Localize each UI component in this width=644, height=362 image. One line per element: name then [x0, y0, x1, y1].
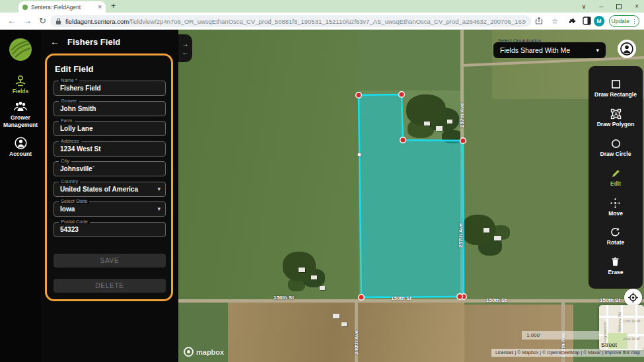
- minimap-street-label: Highland Dr: [603, 321, 607, 342]
- lock-icon: [55, 18, 61, 25]
- building: [299, 268, 305, 272]
- road-label: 240th Ave: [353, 330, 359, 355]
- browser-update-button[interactable]: Update⋮: [609, 15, 639, 27]
- tool-rotate[interactable]: Rotate: [607, 227, 624, 246]
- url-domain: fieldagent.sentera.com: [65, 18, 129, 25]
- road-label: 257th Ave: [459, 103, 465, 127]
- tab-title: Sentera::FieldAgent: [31, 4, 94, 11]
- side-panel-icon[interactable]: [583, 17, 591, 25]
- chevron-down-icon: ▾: [157, 186, 161, 192]
- name-field[interactable]: Name * Fishers Field: [54, 81, 166, 96]
- erase-trash-icon: [610, 256, 621, 268]
- avatar-person-icon: [620, 42, 633, 55]
- share-icon[interactable]: [535, 17, 544, 25]
- building: [320, 286, 325, 290]
- map-canvas[interactable]: 150th St 150th St 150th St 150th St 257t…: [178, 30, 644, 362]
- grower-field[interactable]: Grower John Smith: [54, 101, 166, 116]
- tool-draw-circle[interactable]: Draw Circle: [600, 138, 631, 157]
- postal-code-field[interactable]: Postal Code 54323: [54, 222, 166, 237]
- url-text: fieldagent.sentera.com/fieldview/2p4n7o6…: [65, 18, 526, 25]
- tool-erase[interactable]: Erase: [608, 256, 623, 275]
- account-person-icon: [15, 137, 27, 149]
- save-button[interactable]: SAVE: [54, 254, 166, 268]
- organization-dropdown[interactable]: Fields Shared With Me ▾: [493, 42, 606, 58]
- city-field[interactable]: City Johnsville`: [54, 161, 166, 176]
- chevron-down-icon: ▾: [157, 205, 161, 212]
- geolocate-button[interactable]: [624, 289, 642, 307]
- road-label: 150th St: [486, 297, 507, 303]
- farm-field[interactable]: Farm Lolly Lane: [54, 121, 166, 136]
- road-label: 257th Ave: [458, 223, 464, 248]
- edit-pencil-icon: [610, 168, 622, 179]
- building: [447, 120, 452, 124]
- country-select[interactable]: Country United States of America ▾: [54, 182, 166, 197]
- field-panel: ← Fishers Field Edit Field Name * Fisher…: [41, 30, 178, 362]
- tab-close-icon[interactable]: ×: [98, 4, 102, 11]
- sidebar-item-account[interactable]: Account: [0, 137, 41, 158]
- delete-button[interactable]: DELETE: [54, 279, 166, 293]
- panel-back-button[interactable]: ←: [50, 36, 59, 47]
- building: [341, 322, 347, 326]
- rotate-icon: [610, 227, 621, 238]
- panel-title: Fishers Field: [67, 37, 120, 47]
- window-close-button[interactable]: ×: [635, 3, 639, 10]
- window-maximize-button[interactable]: [616, 4, 622, 9]
- sidebar-item-grower-management[interactable]: Grower Management: [0, 101, 41, 128]
- map-scale-bar: 1,000': [522, 331, 600, 340]
- address-field[interactable]: Address 1234 West St: [54, 141, 166, 157]
- nav-rail: Fields Grower Management Account: [0, 30, 41, 362]
- browser-forward-button[interactable]: →: [23, 16, 32, 26]
- tool-draw-rectangle[interactable]: Draw Rectangle: [594, 79, 637, 98]
- state-select[interactable]: Select State Iowa ▾: [54, 201, 166, 217]
- form-title: Edit Field: [55, 64, 164, 74]
- map-field-patch: [228, 303, 464, 362]
- window-controls: ∨ – ×: [581, 0, 639, 13]
- move-icon: [610, 198, 621, 209]
- url-bar[interactable]: fieldagent.sentera.com/fieldview/2p4n7o6…: [50, 15, 531, 27]
- tool-move[interactable]: Move: [608, 198, 623, 217]
- tree-cluster: [461, 215, 495, 245]
- minimap-street-label: Brittany Rd: [618, 312, 622, 332]
- draw-polygon-icon: A: [610, 108, 622, 120]
- browser-back-button[interactable]: ←: [7, 16, 16, 26]
- browser-profile-avatar[interactable]: M: [594, 16, 604, 26]
- building: [436, 126, 443, 131]
- panel-header: ← Fishers Field: [50, 36, 120, 47]
- mapbox-logo[interactable]: mapbox: [184, 347, 224, 357]
- building: [333, 314, 340, 318]
- minimap-road: [635, 305, 637, 350]
- chevron-down-icon: ▾: [596, 47, 599, 54]
- bookmark-star-icon[interactable]: ☆: [552, 17, 558, 26]
- new-tab-button[interactable]: +: [111, 1, 116, 11]
- road-257th-ave: [460, 30, 464, 301]
- building: [494, 236, 501, 240]
- basemap-switcher-minimap[interactable]: 17th St W 21st St W Highland Dr Brittany…: [599, 305, 644, 350]
- minimap-road: [599, 316, 644, 318]
- browser-toolbar: ← → ↻ fieldagent.sentera.com/fieldview/2…: [0, 13, 644, 30]
- sidebar-item-fields[interactable]: Fields: [0, 75, 41, 95]
- tool-edit[interactable]: Edit: [610, 168, 622, 187]
- tool-draw-polygon[interactable]: A Draw Polygon: [597, 108, 635, 127]
- collapse-left-icon[interactable]: ←: [182, 50, 189, 56]
- browser-tabstrip: Sentera::FieldAgent × + ∨ – ×: [0, 0, 644, 13]
- sentera-logo: [9, 38, 32, 61]
- draw-circle-icon: [610, 138, 622, 149]
- geolocate-target-icon: [627, 292, 639, 303]
- tab-favicon-icon: [22, 5, 28, 10]
- account-avatar-button[interactable]: [618, 40, 636, 58]
- browser-tab[interactable]: Sentera::FieldAgent ×: [18, 1, 106, 13]
- road-label: 150th St: [600, 297, 620, 303]
- building: [311, 275, 317, 279]
- extensions-puzzle-icon[interactable]: [568, 17, 577, 25]
- browser-reload-button[interactable]: ↻: [39, 16, 46, 26]
- window-minimize-button[interactable]: –: [600, 3, 604, 10]
- road-label: 150th St: [391, 295, 411, 301]
- draw-toolbar: Draw Rectangle A Draw Polygon Draw Circl…: [589, 66, 643, 289]
- profile-chevron-icon[interactable]: ∨: [581, 3, 586, 10]
- draw-rectangle-icon: [610, 79, 622, 90]
- building: [424, 122, 430, 126]
- panel-collapse-tab[interactable]: → ←: [178, 34, 192, 62]
- map-attribution[interactable]: Licenses | © Mapbox | © OpenStreetMap | …: [491, 349, 644, 357]
- kebab-menu-icon: ⋮: [631, 18, 637, 24]
- expand-right-icon[interactable]: →: [182, 41, 189, 48]
